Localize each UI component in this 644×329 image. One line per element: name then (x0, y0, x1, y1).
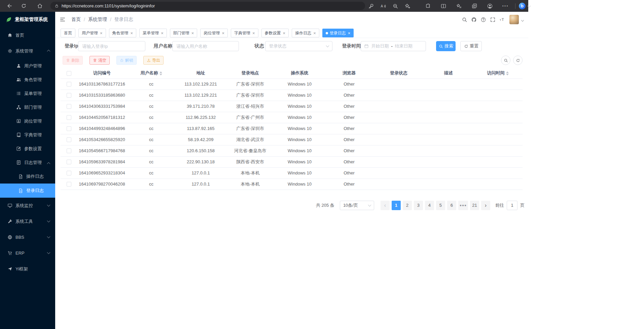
chevron-down-icon[interactable] (522, 17, 524, 23)
tab-close-icon[interactable]: × (191, 31, 194, 35)
sidebar-item[interactable]: 参数设置 (0, 142, 55, 156)
sidebar-item[interactable]: 部门管理 (0, 100, 55, 114)
search-button[interactable]: 搜索 (436, 41, 456, 51)
sort-icon[interactable] (159, 71, 162, 75)
sidebar-item[interactable]: 用户管理 (0, 59, 55, 73)
column-header[interactable]: 访问时间 (473, 68, 523, 78)
browser-refresh-button[interactable] (18, 1, 29, 11)
chevron-down-icon[interactable] (528, 4, 531, 8)
prev-page-button[interactable]: ‹ (381, 201, 390, 210)
tab[interactable]: 操作日志× (292, 29, 319, 37)
row-checkbox[interactable] (67, 126, 71, 131)
extensions-button[interactable] (420, 1, 436, 11)
sidebar-item[interactable]: 操作日志 (0, 169, 55, 184)
tab[interactable]: 角色管理× (109, 29, 137, 37)
tab-close-icon[interactable]: × (161, 31, 164, 35)
page-button[interactable]: 1 (392, 201, 401, 210)
login-ip-input[interactable] (78, 41, 145, 51)
page-button[interactable]: 3 (414, 201, 423, 210)
row-checkbox[interactable] (67, 82, 71, 87)
sidebar-item[interactable]: 首页 (0, 27, 55, 43)
bing-copilot-button[interactable]: b (519, 3, 526, 9)
sidebar-item[interactable]: 字典管理 (0, 128, 55, 142)
sidebar-item[interactable]: 日志管理 (0, 156, 55, 169)
favorites-button[interactable] (451, 1, 467, 11)
sort-icon[interactable] (506, 71, 509, 75)
select-all-checkbox[interactable] (67, 71, 71, 76)
page-button[interactable]: 4 (425, 201, 434, 210)
page-button[interactable]: 2 (403, 201, 412, 210)
read-aloud-button[interactable] (377, 1, 389, 11)
row-checkbox[interactable] (67, 93, 71, 98)
sidebar-item[interactable]: 菜单管理 (0, 87, 55, 100)
tab-close-icon[interactable]: × (252, 31, 255, 35)
fullscreen-button[interactable] (488, 15, 497, 24)
sidebar-item[interactable]: 岗位管理 (0, 114, 55, 128)
date-range-picker[interactable]: 开始日期 - 结束日期 (361, 41, 426, 51)
browser-back-button[interactable] (4, 1, 15, 11)
sidebar-item[interactable]: 系统监控 (0, 198, 55, 213)
row-checkbox[interactable] (67, 171, 71, 175)
user-avatar[interactable] (509, 15, 519, 24)
next-page-button[interactable]: › (481, 201, 490, 210)
row-checkbox[interactable] (67, 137, 71, 142)
font-size-button[interactable] (497, 15, 507, 24)
collapse-menu-button[interactable] (58, 15, 67, 24)
row-checkbox[interactable] (67, 115, 71, 120)
tab[interactable]: 字典管理× (231, 29, 258, 37)
goto-page-input[interactable] (507, 201, 517, 210)
tab[interactable]: 岗位管理× (200, 29, 228, 37)
tab-close-icon[interactable]: × (222, 31, 224, 35)
sidebar-item[interactable]: Yi框架 (0, 261, 55, 277)
delete-button[interactable]: 删除 (63, 56, 83, 65)
github-link[interactable] (469, 15, 478, 24)
sidebar-item[interactable]: ERP (0, 245, 55, 261)
tab-close-icon[interactable]: × (348, 31, 351, 35)
collections-button[interactable] (467, 1, 482, 11)
add-favorite-button[interactable] (401, 1, 414, 11)
zoom-button[interactable] (389, 1, 401, 11)
tab[interactable]: 部门管理× (170, 29, 198, 37)
page-size-select[interactable]: 10条/页 (340, 201, 374, 210)
split-screen-button[interactable] (436, 1, 451, 11)
export-button[interactable]: 导出 (143, 56, 164, 65)
tab-close-icon[interactable]: × (131, 31, 133, 35)
browser-menu-button[interactable]: ··· (498, 1, 513, 11)
tab[interactable]: 参数设置× (261, 29, 289, 37)
page-button[interactable]: 21 (470, 201, 479, 210)
tab-close-icon[interactable]: × (100, 31, 103, 35)
password-key-button[interactable] (365, 1, 377, 11)
toggle-search-button[interactable] (501, 56, 510, 65)
user-name-input[interactable] (172, 41, 239, 51)
tab[interactable]: 登录日志× (322, 29, 354, 37)
page-button[interactable]: 6 (447, 201, 456, 210)
row-checkbox[interactable] (67, 104, 71, 109)
page-button[interactable]: 5 (436, 201, 445, 210)
row-checkbox[interactable] (67, 149, 71, 153)
browser-home-button[interactable] (34, 1, 45, 11)
tab-close-icon[interactable]: × (313, 31, 316, 35)
header-search-button[interactable] (460, 15, 469, 24)
status-select[interactable]: 登录状态 (265, 41, 332, 51)
sidebar-item[interactable]: 系统工具 (0, 213, 55, 229)
clear-button[interactable]: 清空 (90, 56, 110, 65)
help-button[interactable] (478, 15, 488, 24)
tab[interactable]: 首页 (61, 29, 75, 37)
tab-close-icon[interactable]: × (283, 31, 286, 35)
more-pages-button[interactable]: ●●● (458, 201, 468, 210)
reset-button[interactable]: 重置 (460, 41, 482, 51)
sidebar-item[interactable]: 登录日志 (0, 184, 55, 198)
address-bar[interactable]: https://ccnetcore.com:1101/system/log/lo… (50, 2, 365, 10)
tab[interactable]: 菜单管理× (139, 29, 167, 37)
breadcrumb-item[interactable]: 系统管理 (88, 17, 107, 23)
refresh-table-button[interactable] (513, 56, 523, 65)
row-checkbox[interactable] (67, 182, 71, 187)
sidebar-item[interactable]: 角色管理 (0, 73, 55, 87)
sidebar-item[interactable]: BBS (0, 229, 55, 245)
breadcrumb-item[interactable]: 首页 (71, 17, 81, 23)
unlock-button[interactable]: 解锁 (116, 56, 137, 65)
sidebar-item[interactable]: 系统管理 (0, 43, 55, 59)
browser-profile-button[interactable] (482, 1, 498, 11)
row-checkbox[interactable] (67, 160, 71, 164)
tab[interactable]: 用户管理× (78, 29, 106, 37)
